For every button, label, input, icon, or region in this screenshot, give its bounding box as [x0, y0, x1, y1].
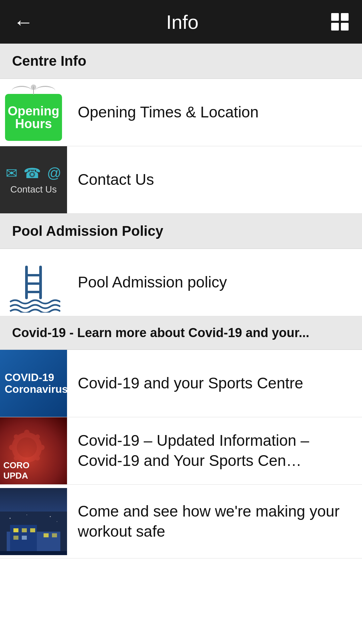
- covid-update-label-text: Covid-19 – Updated Information – Covid-1…: [67, 423, 362, 479]
- svg-point-12: [35, 434, 40, 439]
- list-item-contact-us[interactable]: ✉ ☎ @ Contact Us Contact Us: [0, 146, 362, 214]
- phone-icon: ☎: [23, 165, 41, 181]
- sports-centre-thumbnail: [0, 488, 67, 555]
- svg-rect-24: [30, 528, 35, 532]
- svg-point-14: [35, 456, 40, 461]
- covid-update-line1: CORO: [3, 460, 29, 471]
- svg-point-6: [17, 437, 37, 458]
- opening-hours-text-bottom: Hours: [15, 117, 52, 130]
- list-item-opening-times[interactable]: Opening Hours Opening Times & Location: [0, 79, 362, 146]
- svg-point-9: [9, 445, 14, 450]
- section-header-covid: Covid-19 - Learn more about Covid-19 and…: [0, 316, 362, 350]
- contact-us-label: Contact Us: [67, 162, 362, 198]
- header: ← Info: [0, 0, 362, 44]
- svg-point-18: [50, 516, 51, 517]
- list-item-covid-sports[interactable]: COVID-19 Coronavirus Covid-19 and your S…: [0, 350, 362, 417]
- svg-rect-3: [25, 282, 42, 285]
- section-header-centre-info: Centre Info: [0, 44, 362, 79]
- covid-blue-line1: COVID-19: [5, 372, 54, 383]
- covid-sports-centre-label: Covid-19 and your Sports Centre: [67, 365, 362, 401]
- svg-point-11: [14, 434, 18, 439]
- opening-times-label: Opening Times & Location: [67, 94, 362, 130]
- svg-rect-27: [44, 533, 49, 537]
- svg-rect-29: [0, 551, 67, 555]
- workout-safe-label: Come and see how we're making your worko…: [67, 493, 362, 550]
- svg-rect-23: [22, 528, 27, 532]
- covid-blue-line2: Coronavirus: [5, 383, 67, 395]
- svg-rect-26: [22, 536, 27, 540]
- svg-rect-25: [13, 536, 18, 540]
- opening-hours-thumbnail: Opening Hours: [0, 79, 67, 146]
- email-icon: ✉: [6, 165, 17, 181]
- svg-point-10: [39, 445, 45, 450]
- svg-point-7: [24, 430, 29, 435]
- at-icon: @: [47, 165, 61, 181]
- list-item-covid-update[interactable]: CORO UPDA Covid-19 – Updated Information…: [0, 417, 362, 485]
- opening-hours-text-top: Opening: [8, 105, 59, 117]
- back-button[interactable]: ←: [13, 10, 34, 34]
- page-title: Info: [166, 11, 199, 33]
- svg-rect-22: [13, 528, 18, 532]
- svg-point-17: [26, 515, 27, 515]
- covid-blue-thumbnail: COVID-19 Coronavirus: [0, 350, 67, 417]
- list-item-pool-policy[interactable]: Pool Admission policy: [0, 249, 362, 316]
- covid-update-line2: UPDA: [3, 471, 29, 481]
- svg-point-19: [57, 521, 57, 522]
- contact-us-thumbnail: ✉ ☎ @ Contact Us: [0, 146, 67, 213]
- contact-thumb-label: Contact Us: [10, 184, 57, 195]
- section-header-pool: Pool Admission Policy: [0, 214, 362, 249]
- svg-rect-2: [25, 274, 42, 276]
- list-item-workout-safe[interactable]: Come and see how we're making your worko…: [0, 485, 362, 558]
- grid-button[interactable]: [331, 13, 349, 31]
- pool-thumbnail: [0, 249, 67, 316]
- svg-rect-4: [25, 291, 42, 293]
- covid-update-thumbnail: CORO UPDA: [0, 417, 67, 484]
- svg-point-16: [10, 518, 11, 519]
- svg-rect-28: [52, 533, 57, 537]
- pool-policy-label: Pool Admission policy: [67, 264, 362, 301]
